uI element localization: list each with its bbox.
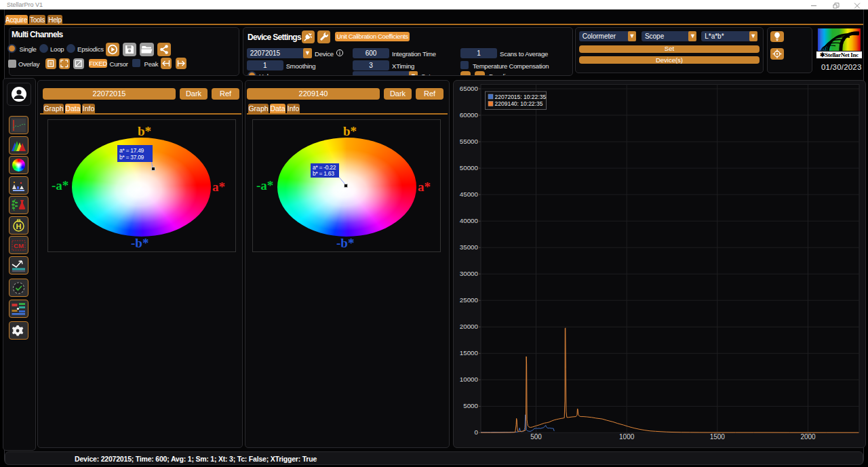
svg-text:30000: 30000: [460, 270, 479, 277]
svg-text:22072015: 10:22:35: 22072015: 10:22:35: [495, 94, 547, 100]
svg-text:2209140: 10:22:35: 2209140: 10:22:35: [495, 100, 543, 107]
svg-text:20000: 20000: [460, 323, 479, 330]
svg-text:500: 500: [530, 433, 542, 441]
svg-text:15000: 15000: [460, 349, 479, 357]
svg-text:45000: 45000: [460, 190, 479, 198]
svg-text:50000: 50000: [460, 164, 479, 171]
svg-text:35000: 35000: [460, 243, 479, 251]
svg-text:60000: 60000: [460, 111, 479, 119]
svg-text:2000: 2000: [800, 433, 816, 441]
svg-text:CM: CM: [14, 242, 24, 249]
svg-text:40000: 40000: [460, 217, 479, 224]
svg-text:1500: 1500: [710, 433, 726, 441]
svg-text:H: H: [16, 222, 22, 230]
svg-text:10000: 10000: [460, 375, 479, 383]
svg-text:0: 0: [475, 428, 479, 436]
svg-text:25000: 25000: [460, 296, 479, 304]
svg-text:55000: 55000: [460, 138, 479, 145]
svg-text:1000: 1000: [619, 433, 635, 441]
svg-text:65000: 65000: [460, 85, 479, 92]
svg-text:5000: 5000: [463, 402, 478, 409]
